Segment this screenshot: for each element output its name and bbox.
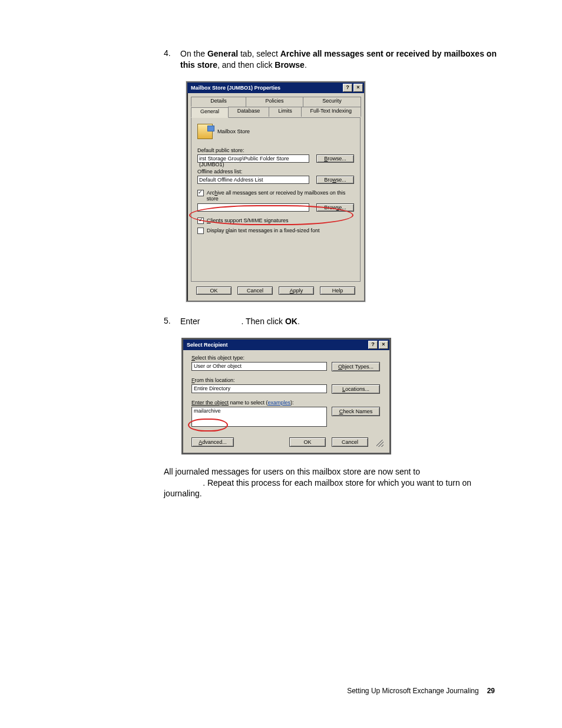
object-name-label: Enter the object name to select (example… [191, 400, 384, 406]
tab-policies[interactable]: Policies [246, 97, 303, 107]
archive-checkbox[interactable] [197, 190, 204, 196]
close-icon[interactable]: × [379, 341, 388, 349]
object-types-button[interactable]: Object Types... [332, 362, 380, 371]
default-public-store-input[interactable]: irst Storage Group\Public Folder Store (… [197, 154, 309, 163]
smime-checkbox[interactable] [197, 218, 204, 224]
dialog-title: Select Recipient [187, 342, 367, 348]
help-icon[interactable]: ? [368, 341, 378, 349]
browse-archive-button[interactable]: Browse... [316, 203, 354, 212]
check-names-button[interactable]: Check Names [332, 407, 380, 416]
dialog-title: Mailbox Store (JUMBO1) Properties [191, 85, 342, 91]
page-footer: Setting Up Microsoft Exchange Journaling… [347, 687, 495, 695]
cancel-button[interactable]: Cancel [237, 286, 273, 295]
tab-limits[interactable]: Limits [269, 107, 301, 117]
step-body: Enter . Then click OK. [180, 316, 511, 327]
smime-checkbox-label: Clients support S/MIME signatures [207, 218, 289, 223]
resize-grip-icon[interactable] [376, 440, 384, 447]
closing-paragraph: All journaled messages for users on this… [164, 466, 511, 500]
archive-checkbox-label: Archive all messages sent or received by… [207, 190, 354, 202]
location-input[interactable]: Entire Directory [191, 384, 327, 393]
browse-offline-button[interactable]: Browse... [316, 176, 354, 184]
dialog-titlebar: Mailbox Store (JUMBO1) Properties ? × [187, 83, 364, 93]
tab-security[interactable]: Security [303, 97, 361, 107]
ok-button[interactable]: OK [196, 286, 232, 295]
ok-button[interactable]: OK [289, 437, 326, 447]
offline-address-list-label: Offline address list: [197, 169, 354, 174]
step-body: On the General tab, select Archive all m… [180, 48, 511, 71]
close-icon[interactable]: × [353, 84, 363, 92]
step-5: 5. Enter . Then click OK. [164, 316, 511, 327]
apply-button[interactable]: Apply [279, 286, 314, 295]
locations-button[interactable]: Locations... [332, 384, 380, 394]
tab-database[interactable]: Database [228, 107, 269, 117]
location-label: From this location: [191, 377, 384, 383]
tab-general[interactable]: General [191, 107, 229, 118]
offline-address-list-input[interactable]: Default Offline Address List [197, 176, 309, 184]
dialog-titlebar: Select Recipient ? × [183, 340, 389, 350]
cancel-button[interactable]: Cancel [332, 437, 368, 447]
object-type-input[interactable]: User or Other object [191, 362, 327, 371]
advanced-button[interactable]: Advanced... [191, 437, 234, 447]
object-type-label: Select this object type: [191, 355, 384, 361]
select-recipient-dialog: Select Recipient ? × Select this object … [181, 338, 391, 454]
step-4: 4. On the General tab, select Archive al… [164, 48, 511, 71]
help-button[interactable]: Help [320, 286, 355, 295]
object-name-input[interactable]: mailarchive [191, 407, 327, 427]
browse-public-store-button[interactable]: Browse... [316, 154, 354, 163]
tab-panel-general: Mailbox Store Default public store: irst… [191, 117, 361, 282]
tab-details[interactable]: Details [191, 97, 246, 107]
plainfont-checkbox[interactable] [197, 228, 204, 234]
archive-path-input[interactable] [197, 203, 309, 212]
default-public-store-label: Default public store: [197, 147, 354, 153]
dialog-button-row: OK Cancel Apply Help [187, 282, 364, 301]
mailbox-store-icon [197, 124, 213, 139]
mailbox-store-label: Mailbox Store [217, 129, 250, 134]
examples-link[interactable]: examples [268, 400, 291, 406]
step-number: 5. [164, 316, 180, 327]
help-icon[interactable]: ? [343, 84, 352, 92]
step-number: 4. [164, 48, 180, 71]
tab-strip: Details Policies Security General Databa… [187, 93, 364, 117]
mailbox-store-properties-dialog: Mailbox Store (JUMBO1) Properties ? × De… [186, 81, 365, 302]
tab-fulltext[interactable]: Full-Text Indexing [301, 107, 361, 117]
plainfont-checkbox-label: Display plain text messages in a fixed-s… [207, 228, 320, 233]
